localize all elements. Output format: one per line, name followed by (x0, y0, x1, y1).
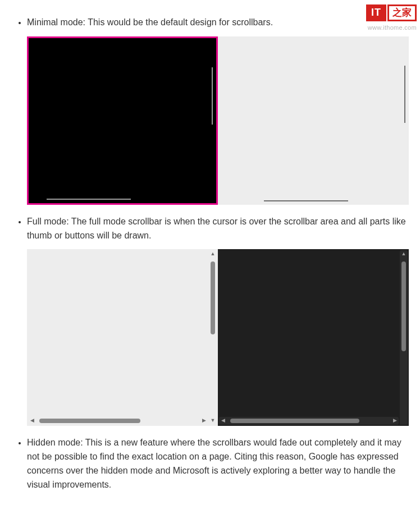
list-item: Full mode: The full mode scrollbar is wh… (27, 215, 414, 426)
hidden-mode-text: Hidden mode: This is a new feature where… (27, 438, 401, 489)
article-body: Minimal mode: This would be the default … (0, 0, 420, 519)
minimal-mode-text: Minimal mode: This would be the default … (27, 17, 273, 27)
scrollbar-corner (400, 417, 408, 425)
full-mode-figure: ▲ ▼ ◀ ▶ (27, 249, 414, 426)
list-item: Hidden mode: This is a new feature where… (27, 436, 414, 492)
full-light-panel: ▲ ▼ ◀ ▶ (27, 249, 218, 426)
vertical-scrollbar[interactable] (404, 66, 405, 123)
scroll-right-icon[interactable]: ▶ (200, 417, 208, 425)
minimal-dark-panel (27, 36, 218, 205)
horizontal-scrollbar[interactable]: ◀ ▶ (28, 417, 208, 425)
scrollbar-corner (209, 417, 217, 425)
mode-list: Minimal mode: This would be the default … (27, 16, 414, 492)
horizontal-thumb[interactable] (230, 419, 359, 423)
horizontal-scrollbar[interactable] (47, 199, 131, 200)
minimal-light-panel (218, 36, 409, 205)
scroll-left-icon[interactable]: ◀ (28, 417, 36, 425)
list-item: Minimal mode: This would be the default … (27, 16, 414, 205)
vertical-thumb[interactable] (211, 261, 215, 334)
vertical-thumb[interactable] (401, 261, 406, 351)
vertical-scrollbar[interactable]: ▲ ▼ (400, 250, 408, 425)
vertical-scrollbar[interactable]: ▲ ▼ (209, 250, 217, 425)
horizontal-scrollbar[interactable]: ◀ ▶ (219, 417, 399, 425)
vertical-scrollbar[interactable] (212, 67, 213, 125)
scroll-right-icon[interactable]: ▶ (391, 417, 399, 425)
scroll-up-icon[interactable]: ▲ (400, 250, 408, 258)
full-mode-text: Full mode: The full mode scrollbar is wh… (27, 217, 406, 240)
scroll-up-icon[interactable]: ▲ (209, 250, 217, 258)
minimal-mode-figure (27, 36, 414, 205)
scroll-left-icon[interactable]: ◀ (219, 417, 227, 425)
full-dark-panel: ▲ ▼ ◀ ▶ (218, 249, 409, 426)
horizontal-scrollbar[interactable] (264, 200, 348, 201)
horizontal-thumb[interactable] (39, 419, 140, 423)
